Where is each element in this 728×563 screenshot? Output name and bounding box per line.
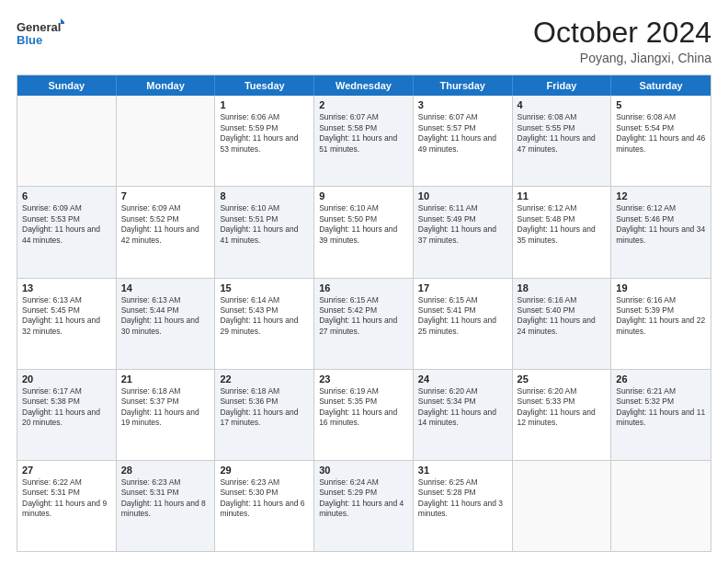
daylight-text: Daylight: 11 hours and 42 minutes. [121, 224, 210, 246]
daylight-text: Daylight: 11 hours and 3 minutes. [418, 499, 507, 520]
sunset-text: Sunset: 5:48 PM [518, 214, 607, 224]
day-number: 10 [418, 190, 507, 201]
daylight-text: Daylight: 11 hours and 46 minutes. [616, 133, 706, 155]
cal-cell-w4-d1: 28 Sunrise: 6:23 AM Sunset: 5:31 PM Dayl… [117, 461, 216, 551]
day-number: 5 [616, 99, 706, 110]
day-number: 14 [121, 282, 210, 293]
logo: General Blue [17, 17, 64, 50]
daylight-text: Daylight: 11 hours and 51 minutes. [319, 133, 408, 155]
logo-svg: General Blue [17, 17, 64, 50]
cal-cell-w2-d3: 16 Sunrise: 6:15 AM Sunset: 5:42 PM Dayl… [314, 279, 414, 369]
sunset-text: Sunset: 5:36 PM [220, 396, 309, 407]
sunrise-text: Sunrise: 6:07 AM [418, 112, 507, 122]
daylight-text: Daylight: 11 hours and 47 minutes. [518, 133, 607, 155]
daylight-text: Daylight: 11 hours and 49 minutes. [418, 133, 507, 155]
day-number: 18 [518, 282, 607, 293]
header-friday: Friday [513, 75, 612, 96]
sunset-text: Sunset: 5:51 PM [220, 214, 309, 224]
sunset-text: Sunset: 5:31 PM [22, 488, 111, 498]
daylight-text: Daylight: 11 hours and 34 minutes. [616, 224, 706, 246]
sunrise-text: Sunrise: 6:18 AM [121, 386, 210, 396]
daylight-text: Daylight: 11 hours and 27 minutes. [319, 316, 408, 337]
sunrise-text: Sunrise: 6:25 AM [418, 477, 507, 488]
title-block: October 2024 Poyang, Jiangxi, China [533, 17, 711, 65]
sunrise-text: Sunrise: 6:18 AM [220, 386, 309, 396]
sunset-text: Sunset: 5:43 PM [220, 305, 309, 316]
cal-row-1: 6 Sunrise: 6:09 AM Sunset: 5:53 PM Dayli… [17, 186, 711, 277]
cal-cell-w4-d6 [611, 461, 711, 551]
sunrise-text: Sunrise: 6:08 AM [518, 112, 607, 122]
sunset-text: Sunset: 5:29 PM [319, 488, 408, 498]
page: General Blue October 2024 Poyang, Jiangx… [0, 0, 728, 563]
sunset-text: Sunset: 5:45 PM [22, 305, 111, 316]
daylight-text: Daylight: 11 hours and 35 minutes. [518, 224, 607, 246]
daylight-text: Daylight: 11 hours and 24 minutes. [518, 316, 607, 337]
sunset-text: Sunset: 5:31 PM [121, 488, 210, 498]
sunset-text: Sunset: 5:37 PM [121, 396, 210, 407]
calendar-body: 1 Sunrise: 6:06 AM Sunset: 5:59 PM Dayli… [17, 96, 711, 551]
cal-cell-w1-d5: 11 Sunrise: 6:12 AM Sunset: 5:48 PM Dayl… [513, 187, 612, 277]
cal-cell-w0-d0 [17, 96, 117, 186]
cal-cell-w2-d6: 19 Sunrise: 6:16 AM Sunset: 5:39 PM Dayl… [611, 279, 711, 369]
cal-cell-w2-d2: 15 Sunrise: 6:14 AM Sunset: 5:43 PM Dayl… [215, 279, 314, 369]
day-number: 31 [418, 465, 507, 476]
cal-cell-w4-d3: 30 Sunrise: 6:24 AM Sunset: 5:29 PM Dayl… [314, 461, 414, 551]
sunrise-text: Sunrise: 6:23 AM [121, 477, 210, 488]
day-number: 25 [518, 373, 607, 385]
daylight-text: Daylight: 11 hours and 37 minutes. [418, 224, 507, 246]
daylight-text: Daylight: 11 hours and 22 minutes. [616, 316, 706, 337]
sunset-text: Sunset: 5:57 PM [418, 123, 507, 133]
cal-cell-w2-d1: 14 Sunrise: 6:13 AM Sunset: 5:44 PM Dayl… [117, 279, 216, 369]
calendar-header: Sunday Monday Tuesday Wednesday Thursday… [17, 75, 711, 96]
sunset-text: Sunset: 5:34 PM [418, 396, 507, 407]
daylight-text: Daylight: 11 hours and 11 minutes. [616, 408, 706, 429]
cal-cell-w3-d3: 23 Sunrise: 6:19 AM Sunset: 5:35 PM Dayl… [314, 370, 414, 460]
cal-cell-w3-d0: 20 Sunrise: 6:17 AM Sunset: 5:38 PM Dayl… [17, 370, 117, 460]
sunrise-text: Sunrise: 6:14 AM [220, 295, 309, 305]
cal-cell-w2-d0: 13 Sunrise: 6:13 AM Sunset: 5:45 PM Dayl… [17, 279, 117, 369]
header-wednesday: Wednesday [314, 75, 414, 96]
daylight-text: Daylight: 11 hours and 41 minutes. [220, 224, 309, 246]
day-number: 9 [319, 190, 408, 201]
daylight-text: Daylight: 11 hours and 12 minutes. [518, 408, 607, 429]
cal-cell-w0-d1 [117, 96, 216, 186]
day-number: 4 [518, 99, 607, 110]
sunrise-text: Sunrise: 6:16 AM [518, 295, 607, 305]
sunrise-text: Sunrise: 6:07 AM [319, 112, 408, 122]
daylight-text: Daylight: 11 hours and 14 minutes. [418, 408, 507, 429]
sunset-text: Sunset: 5:33 PM [518, 396, 607, 407]
header-monday: Monday [117, 75, 216, 96]
calendar: Sunday Monday Tuesday Wednesday Thursday… [17, 75, 711, 552]
sunset-text: Sunset: 5:59 PM [220, 123, 309, 133]
sunset-text: Sunset: 5:54 PM [616, 123, 706, 133]
cal-cell-w4-d2: 29 Sunrise: 6:23 AM Sunset: 5:30 PM Dayl… [215, 461, 314, 551]
cal-cell-w1-d2: 8 Sunrise: 6:10 AM Sunset: 5:51 PM Dayli… [215, 187, 314, 277]
sunrise-text: Sunrise: 6:24 AM [319, 477, 408, 488]
day-number: 1 [220, 99, 309, 110]
day-number: 3 [418, 99, 507, 110]
sunset-text: Sunset: 5:55 PM [518, 123, 607, 133]
sunrise-text: Sunrise: 6:09 AM [121, 203, 210, 213]
cal-cell-w1-d1: 7 Sunrise: 6:09 AM Sunset: 5:52 PM Dayli… [117, 187, 216, 277]
day-number: 30 [319, 465, 408, 476]
daylight-text: Daylight: 11 hours and 19 minutes. [121, 408, 210, 429]
sunset-text: Sunset: 5:32 PM [616, 396, 706, 407]
sunset-text: Sunset: 5:49 PM [418, 214, 507, 224]
cal-cell-w2-d5: 18 Sunrise: 6:16 AM Sunset: 5:40 PM Dayl… [513, 279, 612, 369]
cal-cell-w1-d4: 10 Sunrise: 6:11 AM Sunset: 5:49 PM Dayl… [414, 187, 513, 277]
daylight-text: Daylight: 11 hours and 8 minutes. [121, 499, 210, 520]
day-number: 7 [121, 190, 210, 201]
daylight-text: Daylight: 11 hours and 9 minutes. [22, 499, 111, 520]
day-number: 19 [616, 282, 706, 293]
daylight-text: Daylight: 11 hours and 53 minutes. [220, 133, 309, 155]
sunset-text: Sunset: 5:30 PM [220, 488, 309, 498]
sunset-text: Sunset: 5:58 PM [319, 123, 408, 133]
day-number: 20 [22, 373, 111, 385]
sunset-text: Sunset: 5:28 PM [418, 488, 507, 498]
sunset-text: Sunset: 5:38 PM [22, 396, 111, 407]
sunset-text: Sunset: 5:52 PM [121, 214, 210, 224]
day-number: 11 [518, 190, 607, 201]
sunrise-text: Sunrise: 6:12 AM [518, 203, 607, 213]
day-number: 29 [220, 465, 309, 476]
sunrise-text: Sunrise: 6:21 AM [616, 386, 706, 396]
